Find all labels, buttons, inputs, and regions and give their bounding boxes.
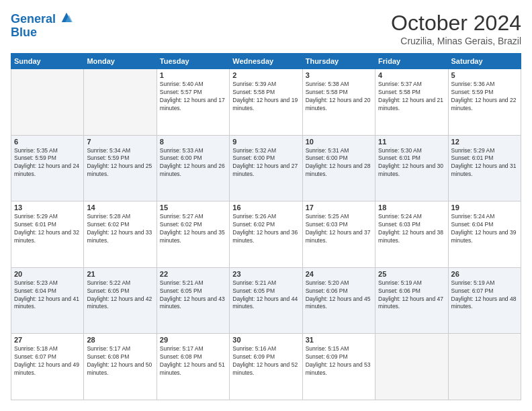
day-number: 21 — [87, 270, 153, 278]
day-info: Sunrise: 5:38 AMSunset: 5:58 PMDaylight:… — [306, 81, 372, 113]
header-row: Sunday Monday Tuesday Wednesday Thursday… — [11, 54, 521, 69]
col-wednesday: Wednesday — [230, 54, 302, 69]
day-cell — [448, 334, 521, 400]
day-number: 29 — [160, 336, 226, 344]
day-info: Sunrise: 5:40 AMSunset: 5:57 PMDaylight:… — [160, 81, 226, 113]
day-cell: 30Sunrise: 5:16 AMSunset: 6:09 PMDayligh… — [230, 334, 302, 400]
day-cell: 1Sunrise: 5:40 AMSunset: 5:57 PMDaylight… — [157, 69, 229, 136]
day-info: Sunrise: 5:17 AMSunset: 6:08 PMDaylight:… — [87, 345, 153, 377]
day-cell: 31Sunrise: 5:15 AMSunset: 6:09 PMDayligh… — [302, 334, 375, 400]
logo-line2: Blue — [11, 26, 73, 40]
day-number: 7 — [87, 138, 153, 146]
day-number: 16 — [232, 203, 299, 212]
day-cell: 26Sunrise: 5:19 AMSunset: 6:07 PMDayligh… — [448, 267, 521, 334]
day-cell: 17Sunrise: 5:25 AMSunset: 6:03 PMDayligh… — [302, 201, 375, 268]
day-cell: 5Sunrise: 5:36 AMSunset: 5:59 PMDaylight… — [448, 69, 521, 136]
day-info: Sunrise: 5:25 AMSunset: 6:03 PMDaylight:… — [306, 213, 372, 245]
day-cell: 11Sunrise: 5:30 AMSunset: 6:01 PMDayligh… — [375, 135, 448, 201]
day-cell: 12Sunrise: 5:29 AMSunset: 6:01 PMDayligh… — [448, 135, 521, 201]
day-cell: 13Sunrise: 5:29 AMSunset: 6:01 PMDayligh… — [11, 201, 84, 268]
day-number: 2 — [232, 71, 299, 79]
col-thursday: Thursday — [302, 54, 375, 69]
day-cell: 25Sunrise: 5:19 AMSunset: 6:06 PMDayligh… — [375, 267, 448, 334]
day-number: 22 — [160, 270, 226, 278]
day-info: Sunrise: 5:36 AMSunset: 5:59 PMDaylight:… — [451, 81, 518, 113]
day-number: 30 — [232, 336, 299, 344]
month-title: October 2024 — [391, 11, 521, 36]
day-cell: 14Sunrise: 5:28 AMSunset: 6:02 PMDayligh… — [84, 201, 157, 268]
week-row-1: 1Sunrise: 5:40 AMSunset: 5:57 PMDaylight… — [11, 69, 521, 136]
day-number: 25 — [378, 270, 445, 278]
day-info: Sunrise: 5:37 AMSunset: 5:58 PMDaylight:… — [378, 81, 445, 113]
logo: General Blue — [11, 11, 73, 40]
col-friday: Friday — [375, 54, 448, 69]
day-info: Sunrise: 5:16 AMSunset: 6:09 PMDaylight:… — [232, 345, 299, 377]
day-cell: 8Sunrise: 5:33 AMSunset: 6:00 PMDaylight… — [157, 135, 229, 201]
day-info: Sunrise: 5:27 AMSunset: 6:02 PMDaylight:… — [160, 213, 226, 245]
day-cell: 2Sunrise: 5:39 AMSunset: 5:58 PMDaylight… — [230, 69, 302, 136]
day-number: 20 — [14, 270, 81, 278]
day-cell: 7Sunrise: 5:34 AMSunset: 5:59 PMDaylight… — [84, 135, 157, 201]
day-cell: 21Sunrise: 5:22 AMSunset: 6:05 PMDayligh… — [84, 267, 157, 334]
day-info: Sunrise: 5:26 AMSunset: 6:02 PMDaylight:… — [232, 213, 299, 245]
day-info: Sunrise: 5:28 AMSunset: 6:02 PMDaylight:… — [87, 213, 153, 245]
day-info: Sunrise: 5:24 AMSunset: 6:03 PMDaylight:… — [378, 213, 445, 245]
day-number: 12 — [451, 138, 518, 146]
day-info: Sunrise: 5:19 AMSunset: 6:06 PMDaylight:… — [378, 279, 445, 312]
day-info: Sunrise: 5:24 AMSunset: 6:04 PMDaylight:… — [451, 213, 518, 245]
day-cell — [11, 69, 84, 136]
day-number: 27 — [14, 336, 81, 344]
day-number: 18 — [378, 203, 445, 212]
day-info: Sunrise: 5:23 AMSunset: 6:04 PMDaylight:… — [14, 279, 81, 312]
day-number: 11 — [378, 138, 445, 146]
day-cell: 27Sunrise: 5:18 AMSunset: 6:07 PMDayligh… — [11, 334, 84, 400]
day-number: 1 — [160, 71, 226, 79]
week-row-3: 13Sunrise: 5:29 AMSunset: 6:01 PMDayligh… — [11, 201, 521, 268]
day-info: Sunrise: 5:22 AMSunset: 6:05 PMDaylight:… — [87, 279, 153, 312]
page: General Blue October 2024 Cruzilia, Mina… — [0, 0, 532, 411]
week-row-2: 6Sunrise: 5:35 AMSunset: 5:59 PMDaylight… — [11, 135, 521, 201]
day-info: Sunrise: 5:29 AMSunset: 6:01 PMDaylight:… — [14, 213, 81, 245]
day-cell: 3Sunrise: 5:38 AMSunset: 5:58 PMDaylight… — [302, 69, 375, 136]
day-info: Sunrise: 5:17 AMSunset: 6:08 PMDaylight:… — [160, 345, 226, 377]
day-number: 17 — [306, 203, 372, 212]
day-cell: 24Sunrise: 5:20 AMSunset: 6:06 PMDayligh… — [302, 267, 375, 334]
day-cell: 4Sunrise: 5:37 AMSunset: 5:58 PMDaylight… — [375, 69, 448, 136]
day-number: 10 — [306, 138, 372, 146]
day-number: 23 — [232, 270, 299, 278]
day-cell: 20Sunrise: 5:23 AMSunset: 6:04 PMDayligh… — [11, 267, 84, 334]
day-number: 6 — [14, 138, 81, 146]
day-cell: 6Sunrise: 5:35 AMSunset: 5:59 PMDaylight… — [11, 135, 84, 201]
day-cell — [375, 334, 448, 400]
header: General Blue October 2024 Cruzilia, Mina… — [11, 11, 521, 46]
day-info: Sunrise: 5:21 AMSunset: 6:05 PMDaylight:… — [232, 279, 299, 312]
title-block: October 2024 Cruzilia, Minas Gerais, Bra… — [391, 11, 521, 46]
day-info: Sunrise: 5:15 AMSunset: 6:09 PMDaylight:… — [306, 345, 372, 377]
day-cell: 23Sunrise: 5:21 AMSunset: 6:05 PMDayligh… — [230, 267, 302, 334]
logo-icon — [60, 11, 73, 23]
day-info: Sunrise: 5:21 AMSunset: 6:05 PMDaylight:… — [160, 279, 226, 312]
day-cell: 29Sunrise: 5:17 AMSunset: 6:08 PMDayligh… — [157, 334, 229, 400]
day-cell: 28Sunrise: 5:17 AMSunset: 6:08 PMDayligh… — [84, 334, 157, 400]
day-number: 14 — [87, 203, 153, 212]
col-sunday: Sunday — [11, 54, 84, 69]
day-cell: 10Sunrise: 5:31 AMSunset: 6:00 PMDayligh… — [302, 135, 375, 201]
day-cell: 16Sunrise: 5:26 AMSunset: 6:02 PMDayligh… — [230, 201, 302, 268]
day-number: 13 — [14, 203, 81, 212]
day-info: Sunrise: 5:39 AMSunset: 5:58 PMDaylight:… — [232, 81, 299, 113]
day-info: Sunrise: 5:33 AMSunset: 6:00 PMDaylight:… — [160, 147, 226, 179]
day-cell: 22Sunrise: 5:21 AMSunset: 6:05 PMDayligh… — [157, 267, 229, 334]
day-cell: 15Sunrise: 5:27 AMSunset: 6:02 PMDayligh… — [157, 201, 229, 268]
day-info: Sunrise: 5:31 AMSunset: 6:00 PMDaylight:… — [306, 147, 372, 179]
col-monday: Monday — [84, 54, 157, 69]
calendar: Sunday Monday Tuesday Wednesday Thursday… — [11, 53, 521, 400]
day-number: 28 — [87, 336, 153, 344]
day-number: 4 — [378, 71, 445, 79]
day-number: 5 — [451, 71, 518, 79]
day-info: Sunrise: 5:20 AMSunset: 6:06 PMDaylight:… — [306, 279, 372, 312]
day-info: Sunrise: 5:18 AMSunset: 6:07 PMDaylight:… — [14, 345, 81, 377]
logo-text: General — [11, 11, 73, 26]
day-number: 24 — [306, 270, 372, 278]
day-info: Sunrise: 5:34 AMSunset: 5:59 PMDaylight:… — [87, 147, 153, 179]
day-number: 9 — [232, 138, 299, 146]
